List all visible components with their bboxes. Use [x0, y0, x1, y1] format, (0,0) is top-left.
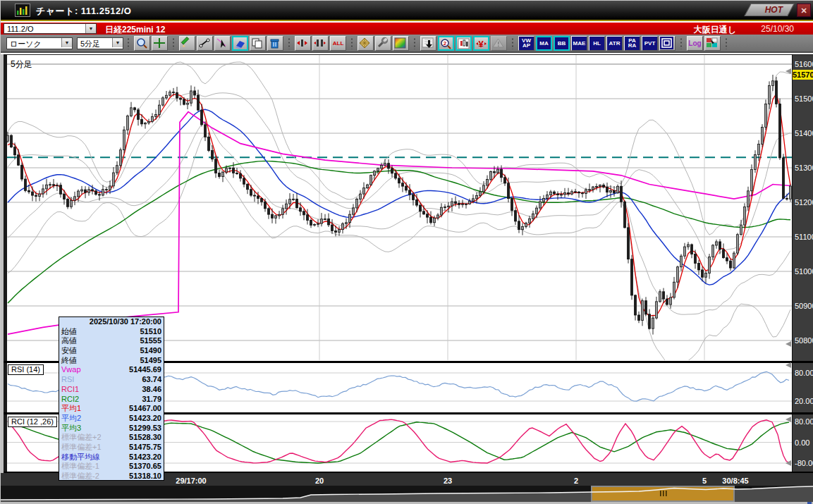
price-tick: 50800	[795, 336, 813, 345]
rsi-tick: 20.00	[795, 397, 813, 405]
tooltip-row: RCI231.79	[59, 395, 164, 405]
rci-tick: 80.00	[795, 417, 813, 426]
price-tick: 51600	[795, 60, 813, 68]
tooltip-row: RSI63.74	[59, 375, 164, 385]
tooltip-row: 移動平均線51423.20	[59, 453, 164, 462]
price-tick: 51000	[795, 267, 813, 276]
time-label: 2	[574, 477, 578, 485]
time-label: 20	[315, 477, 324, 485]
tooltip-row: RCI138.46	[59, 385, 164, 395]
time-label: 5	[702, 477, 707, 485]
chart-window: チャート: 111.2512/O HOT ✕ 111.2/O ▼ 日経225mi…	[0, 0, 813, 504]
tooltip-row: 安値51490	[59, 346, 164, 356]
price-tick: 51500	[795, 94, 813, 103]
tooltip-datetime: 2025/10/30 17:20:00	[61, 317, 161, 327]
time-label: 23	[444, 477, 452, 485]
tooltip-row: 標準偏差-151370.65	[59, 462, 164, 472]
rci-tick: -80.00	[795, 459, 813, 467]
last-price-badge: 51570	[793, 70, 813, 80]
tooltip-row: 始値51510	[59, 327, 164, 337]
time-label: 30/8:45	[722, 477, 748, 485]
price-tick: 51100	[795, 233, 813, 241]
timeframe-chart-label: 5分足	[11, 59, 32, 70]
rsi-panel-label: RSI (14)	[8, 364, 44, 375]
time-label: 29/17:00	[176, 477, 206, 485]
tooltip-row: 標準偏差-251318.10	[59, 472, 164, 481]
price-tick: 51300	[795, 164, 813, 172]
tooltip-row: 標準偏差+251528.30	[59, 433, 164, 443]
rci-panel-label: RCI (12 ,26)	[8, 417, 57, 427]
tooltip-row: 標準偏差+151475.75	[59, 443, 164, 453]
price-tick: 51200	[795, 198, 813, 207]
tooltip-row: 平均351299.53	[59, 424, 164, 434]
price-tick: 50900	[795, 302, 813, 310]
price-tick: 51400	[795, 129, 813, 137]
rsi-tick: 80.00	[795, 369, 813, 377]
tooltip-row: 平均151467.00	[59, 404, 164, 414]
tooltip-row: 平均251423.20	[59, 414, 164, 424]
rci-tick: 0.00	[795, 438, 809, 447]
tooltip-row: 高値51555	[59, 336, 164, 346]
tooltip-row: Vwap51445.69	[59, 365, 164, 375]
ohlc-tooltip: 2025/10/30 17:20:00 始値51510高値51555安値5149…	[59, 316, 164, 481]
tooltip-row: 終値51495	[59, 356, 164, 366]
